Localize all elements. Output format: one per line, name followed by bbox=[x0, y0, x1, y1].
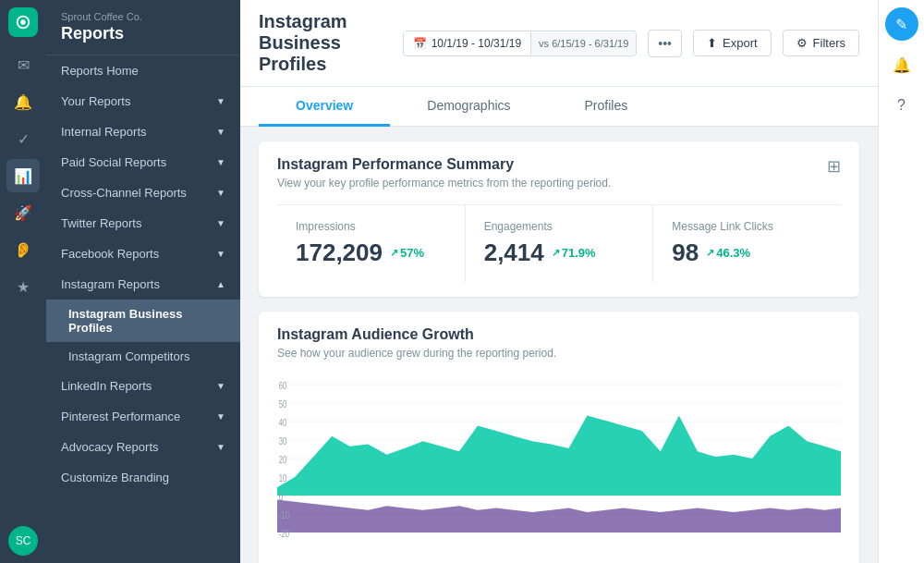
svg-text:-10: -10 bbox=[279, 510, 289, 520]
impressions-change: ↗57% bbox=[390, 246, 424, 260]
tab-overview[interactable]: Overview bbox=[259, 87, 390, 127]
notifications-button[interactable]: 🔔 bbox=[885, 48, 918, 81]
more-options-button[interactable]: ••• bbox=[648, 30, 682, 57]
sidebar-item-linkedin[interactable]: LinkedIn Reports ▼ bbox=[46, 371, 240, 401]
linkedin-label: LinkedIn Reports bbox=[61, 379, 152, 393]
chevron-down-icon: ▼ bbox=[216, 442, 225, 452]
date-main[interactable]: 📅 10/1/19 - 10/31/19 bbox=[404, 31, 530, 55]
facebook-label: Facebook Reports bbox=[61, 247, 159, 261]
reports-home-label: Reports Home bbox=[61, 64, 139, 78]
engagements-change: ↗71.9% bbox=[552, 246, 596, 260]
message-link-value: 98 ↗46.3% bbox=[672, 239, 822, 267]
sidebar-item-twitter[interactable]: Twitter Reports ▼ bbox=[46, 208, 240, 239]
up-arrow-icon: ↗ bbox=[390, 247, 398, 259]
performance-card-header: Instagram Performance Summary View your … bbox=[277, 156, 841, 190]
main-content: Instagram Business Profiles 📅 10/1/19 - … bbox=[240, 0, 878, 563]
export-button[interactable]: ⬆ Export bbox=[693, 30, 772, 56]
content-area: Instagram Performance Summary View your … bbox=[240, 127, 878, 563]
tab-demographics[interactable]: Demographics bbox=[390, 87, 547, 127]
filters-icon: ⚙ bbox=[796, 36, 808, 50]
audience-growth-subtitle: See how your audience grew during the re… bbox=[277, 347, 841, 360]
reports-icon[interactable]: 📊 bbox=[6, 159, 40, 192]
svg-text:50: 50 bbox=[279, 399, 287, 410]
metric-message-links: Message Link Clicks 98 ↗46.3% bbox=[653, 205, 841, 282]
date-range-selector[interactable]: 📅 10/1/19 - 10/31/19 vs 6/15/19 - 6/31/1… bbox=[403, 31, 638, 56]
message-link-number: 98 bbox=[672, 239, 699, 267]
publish-icon[interactable]: 🚀 bbox=[6, 196, 40, 229]
compose-icon[interactable]: ✉ bbox=[6, 48, 40, 81]
sidebar-item-facebook[interactable]: Facebook Reports ▼ bbox=[46, 239, 240, 269]
chevron-down-icon: ▼ bbox=[216, 218, 225, 228]
chart-x-labels: 1 2 3 4 5 6 7 8 9 10 11 12 13 14 15 16 1… bbox=[277, 559, 841, 563]
your-reports-label: Your Reports bbox=[61, 94, 130, 108]
sidebar: Sprout Coffee Co. Reports Reports Home Y… bbox=[46, 0, 240, 563]
message-link-change: ↗46.3% bbox=[706, 246, 750, 260]
performance-card: Instagram Performance Summary View your … bbox=[259, 141, 859, 297]
filters-button[interactable]: ⚙ Filters bbox=[783, 30, 859, 56]
performance-title-area: Instagram Performance Summary View your … bbox=[277, 156, 827, 190]
notifications-icon[interactable]: 🔔 bbox=[6, 85, 40, 118]
tasks-icon[interactable]: ✓ bbox=[6, 122, 40, 155]
svg-text:60: 60 bbox=[279, 381, 287, 391]
sidebar-item-paid-social[interactable]: Paid Social Reports ▼ bbox=[46, 147, 240, 177]
chevron-down-icon: ▼ bbox=[216, 96, 225, 106]
svg-text:40: 40 bbox=[279, 418, 287, 428]
svg-text:30: 30 bbox=[279, 436, 287, 447]
twitter-label: Twitter Reports bbox=[61, 216, 141, 230]
date-main-value: 10/1/19 - 10/31/19 bbox=[432, 37, 521, 50]
impressions-value: 172,209 ↗57% bbox=[296, 239, 446, 267]
audience-growth-card: Instagram Audience Growth See how your a… bbox=[259, 312, 859, 563]
listening-icon[interactable]: 👂 bbox=[6, 233, 40, 266]
sidebar-item-internal-reports[interactable]: Internal Reports ▼ bbox=[46, 116, 240, 147]
paid-social-label: Paid Social Reports bbox=[61, 155, 166, 169]
filters-label: Filters bbox=[813, 36, 845, 50]
cross-channel-label: Cross-Channel Reports bbox=[61, 186, 187, 200]
chevron-down-icon: ▼ bbox=[216, 127, 225, 137]
engagements-label: Engagements bbox=[484, 220, 635, 233]
help-button[interactable]: ? bbox=[885, 89, 918, 122]
internal-reports-label: Internal Reports bbox=[61, 125, 147, 139]
icon-rail-left: ✉ 🔔 ✓ 📊 🚀 👂 ★ SC bbox=[0, 0, 46, 563]
star-icon[interactable]: ★ bbox=[6, 270, 40, 303]
svg-text:0: 0 bbox=[279, 492, 283, 502]
sidebar-item-advocacy[interactable]: Advocacy Reports ▼ bbox=[46, 432, 240, 462]
chevron-down-icon: ▼ bbox=[216, 411, 225, 422]
sidebar-item-instagram[interactable]: Instagram Reports ▲ bbox=[46, 269, 240, 300]
page-title: Instagram Business Profiles bbox=[259, 11, 392, 75]
pinterest-label: Pinterest Performance bbox=[61, 410, 180, 423]
export-icon: ⬆ bbox=[707, 36, 717, 50]
sidebar-item-cross-channel[interactable]: Cross-Channel Reports ▼ bbox=[46, 177, 240, 208]
sidebar-header: Sprout Coffee Co. Reports bbox=[46, 0, 240, 55]
right-rail: ✎ 🔔 ? bbox=[878, 0, 924, 563]
metric-impressions: Impressions 172,209 ↗57% bbox=[277, 205, 466, 282]
instagram-business-label: Instagram Business Profiles bbox=[68, 307, 225, 335]
compose-button[interactable]: ✎ bbox=[885, 7, 918, 41]
audience-growth-header: Instagram Audience Growth See how your a… bbox=[277, 326, 841, 360]
engagements-number: 2,414 bbox=[484, 239, 544, 267]
svg-text:20: 20 bbox=[279, 455, 287, 465]
date-vs: vs 6/15/19 - 6/31/19 bbox=[530, 32, 636, 55]
grid-layout-icon[interactable]: ⊞ bbox=[827, 156, 841, 177]
impressions-number: 172,209 bbox=[296, 239, 383, 267]
svg-text:-20: -20 bbox=[279, 529, 289, 539]
audience-chart-container: 60 50 40 30 20 10 0 -10 -20 bbox=[277, 374, 841, 559]
top-header: Instagram Business Profiles 📅 10/1/19 - … bbox=[240, 0, 878, 87]
chevron-down-icon: ▼ bbox=[216, 157, 225, 167]
chevron-down-icon: ▼ bbox=[216, 188, 225, 198]
sidebar-title: Reports bbox=[61, 24, 225, 43]
audience-growth-title: Instagram Audience Growth bbox=[277, 326, 841, 343]
audience-chart: 60 50 40 30 20 10 0 -10 -20 bbox=[277, 374, 841, 559]
message-link-label: Message Link Clicks bbox=[672, 220, 822, 233]
sidebar-item-customize[interactable]: Customize Branding bbox=[46, 462, 240, 493]
sidebar-item-your-reports[interactable]: Your Reports ▼ bbox=[46, 86, 240, 116]
tab-profiles[interactable]: Profiles bbox=[548, 87, 665, 127]
logo-icon[interactable] bbox=[8, 7, 38, 37]
sidebar-item-reports-home[interactable]: Reports Home bbox=[46, 55, 240, 86]
sidebar-item-instagram-competitors[interactable]: Instagram Competitors bbox=[46, 342, 240, 371]
metrics-row: Impressions 172,209 ↗57% Engagements 2,4… bbox=[277, 204, 841, 282]
performance-subtitle: View your key profile performance metric… bbox=[277, 177, 827, 190]
user-avatar[interactable]: SC bbox=[8, 526, 38, 556]
sidebar-item-instagram-business[interactable]: Instagram Business Profiles bbox=[46, 300, 240, 342]
sidebar-item-pinterest[interactable]: Pinterest Performance ▼ bbox=[46, 401, 240, 432]
advocacy-label: Advocacy Reports bbox=[61, 440, 159, 454]
